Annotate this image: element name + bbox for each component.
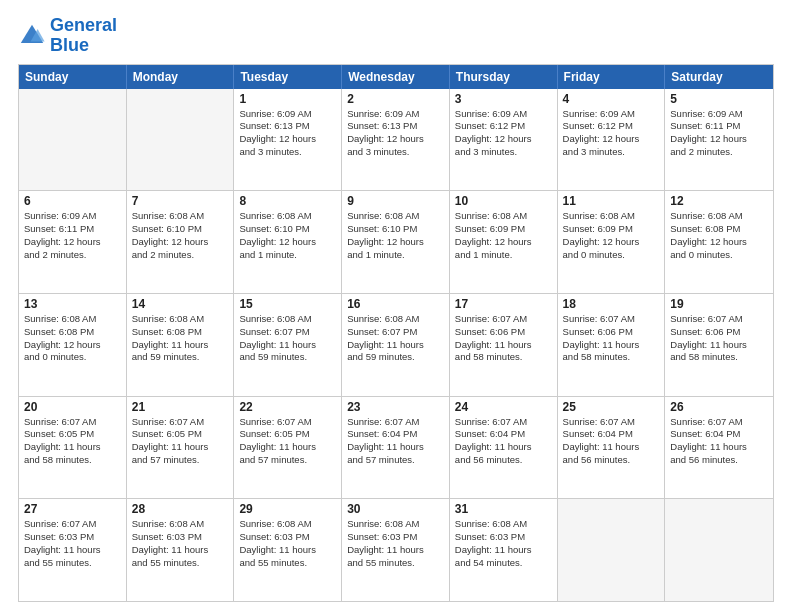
cell-line: and 58 minutes. <box>24 454 121 467</box>
cell-line: Sunset: 6:03 PM <box>455 531 552 544</box>
day-number: 31 <box>455 502 552 516</box>
calendar-cell: 7Sunrise: 6:08 AMSunset: 6:10 PMDaylight… <box>127 191 235 293</box>
cell-line: Sunset: 6:11 PM <box>670 120 768 133</box>
day-number: 7 <box>132 194 229 208</box>
cell-line: Sunset: 6:03 PM <box>239 531 336 544</box>
calendar-cell: 4Sunrise: 6:09 AMSunset: 6:12 PMDaylight… <box>558 89 666 191</box>
day-number: 18 <box>563 297 660 311</box>
cell-line: Sunset: 6:12 PM <box>563 120 660 133</box>
cell-line: Daylight: 12 hours <box>239 236 336 249</box>
cell-line: Sunset: 6:08 PM <box>24 326 121 339</box>
cell-line: and 55 minutes. <box>24 557 121 570</box>
calendar-row: 20Sunrise: 6:07 AMSunset: 6:05 PMDayligh… <box>19 396 773 499</box>
cell-line: Sunset: 6:07 PM <box>347 326 444 339</box>
cell-line: Sunset: 6:06 PM <box>563 326 660 339</box>
cell-line: Sunset: 6:03 PM <box>24 531 121 544</box>
cell-line: Sunrise: 6:08 AM <box>239 518 336 531</box>
cell-line: Sunrise: 6:08 AM <box>455 210 552 223</box>
day-number: 2 <box>347 92 444 106</box>
cell-line: Daylight: 12 hours <box>670 133 768 146</box>
cell-line: Daylight: 11 hours <box>455 441 552 454</box>
cell-line: and 3 minutes. <box>347 146 444 159</box>
cell-line: Sunrise: 6:07 AM <box>455 313 552 326</box>
calendar-row: 13Sunrise: 6:08 AMSunset: 6:08 PMDayligh… <box>19 293 773 396</box>
day-number: 6 <box>24 194 121 208</box>
calendar-cell: 9Sunrise: 6:08 AMSunset: 6:10 PMDaylight… <box>342 191 450 293</box>
cell-line: and 57 minutes. <box>132 454 229 467</box>
calendar-cell: 16Sunrise: 6:08 AMSunset: 6:07 PMDayligh… <box>342 294 450 396</box>
cell-line: and 0 minutes. <box>24 351 121 364</box>
cell-line: Sunrise: 6:07 AM <box>455 416 552 429</box>
day-number: 21 <box>132 400 229 414</box>
cell-line: Sunrise: 6:07 AM <box>347 416 444 429</box>
calendar-cell: 27Sunrise: 6:07 AMSunset: 6:03 PMDayligh… <box>19 499 127 601</box>
cell-line: Daylight: 12 hours <box>347 236 444 249</box>
calendar-header: SundayMondayTuesdayWednesdayThursdayFrid… <box>19 65 773 89</box>
cell-line: Sunset: 6:09 PM <box>563 223 660 236</box>
day-number: 17 <box>455 297 552 311</box>
cell-line: Sunset: 6:11 PM <box>24 223 121 236</box>
cell-line: Sunrise: 6:08 AM <box>132 210 229 223</box>
day-number: 27 <box>24 502 121 516</box>
calendar-cell: 17Sunrise: 6:07 AMSunset: 6:06 PMDayligh… <box>450 294 558 396</box>
cell-line: Sunset: 6:06 PM <box>455 326 552 339</box>
cell-line: Sunrise: 6:08 AM <box>670 210 768 223</box>
calendar-cell: 26Sunrise: 6:07 AMSunset: 6:04 PMDayligh… <box>665 397 773 499</box>
cell-line: Daylight: 11 hours <box>455 339 552 352</box>
cell-line: and 1 minute. <box>239 249 336 262</box>
cell-line: Daylight: 11 hours <box>239 339 336 352</box>
cell-line: Daylight: 11 hours <box>132 339 229 352</box>
cell-line: and 3 minutes. <box>455 146 552 159</box>
cell-line: Sunrise: 6:09 AM <box>347 108 444 121</box>
cell-line: and 2 minutes. <box>670 146 768 159</box>
cell-line: Sunset: 6:03 PM <box>132 531 229 544</box>
day-number: 5 <box>670 92 768 106</box>
calendar-cell: 2Sunrise: 6:09 AMSunset: 6:13 PMDaylight… <box>342 89 450 191</box>
cell-line: and 57 minutes. <box>347 454 444 467</box>
cell-line: Daylight: 11 hours <box>132 544 229 557</box>
header: General Blue <box>18 16 774 56</box>
calendar-cell: 23Sunrise: 6:07 AMSunset: 6:04 PMDayligh… <box>342 397 450 499</box>
cell-line: and 2 minutes. <box>24 249 121 262</box>
header-cell-saturday: Saturday <box>665 65 773 89</box>
cell-line: and 59 minutes. <box>347 351 444 364</box>
cell-line: and 55 minutes. <box>347 557 444 570</box>
cell-line: Sunrise: 6:09 AM <box>24 210 121 223</box>
cell-line: Sunset: 6:08 PM <box>670 223 768 236</box>
calendar-cell: 24Sunrise: 6:07 AMSunset: 6:04 PMDayligh… <box>450 397 558 499</box>
day-number: 1 <box>239 92 336 106</box>
cell-line: and 58 minutes. <box>563 351 660 364</box>
cell-line: Daylight: 11 hours <box>347 544 444 557</box>
header-cell-sunday: Sunday <box>19 65 127 89</box>
calendar-cell: 21Sunrise: 6:07 AMSunset: 6:05 PMDayligh… <box>127 397 235 499</box>
cell-line: Daylight: 11 hours <box>347 339 444 352</box>
calendar-cell: 10Sunrise: 6:08 AMSunset: 6:09 PMDayligh… <box>450 191 558 293</box>
calendar-cell <box>127 89 235 191</box>
cell-line: and 55 minutes. <box>132 557 229 570</box>
calendar-cell: 29Sunrise: 6:08 AMSunset: 6:03 PMDayligh… <box>234 499 342 601</box>
cell-line: Sunset: 6:05 PM <box>239 428 336 441</box>
cell-line: Sunrise: 6:08 AM <box>347 313 444 326</box>
cell-line: Sunrise: 6:09 AM <box>563 108 660 121</box>
cell-line: and 2 minutes. <box>132 249 229 262</box>
cell-line: Sunset: 6:12 PM <box>455 120 552 133</box>
cell-line: Daylight: 11 hours <box>563 441 660 454</box>
calendar-cell: 18Sunrise: 6:07 AMSunset: 6:06 PMDayligh… <box>558 294 666 396</box>
cell-line: Daylight: 11 hours <box>239 441 336 454</box>
day-number: 25 <box>563 400 660 414</box>
calendar-cell <box>665 499 773 601</box>
calendar-body: 1Sunrise: 6:09 AMSunset: 6:13 PMDaylight… <box>19 89 773 601</box>
calendar-cell: 13Sunrise: 6:08 AMSunset: 6:08 PMDayligh… <box>19 294 127 396</box>
cell-line: Sunrise: 6:07 AM <box>239 416 336 429</box>
cell-line: Daylight: 11 hours <box>132 441 229 454</box>
cell-line: Sunset: 6:04 PM <box>670 428 768 441</box>
cell-line: Sunrise: 6:09 AM <box>455 108 552 121</box>
cell-line: Sunrise: 6:07 AM <box>563 313 660 326</box>
cell-line: Sunset: 6:10 PM <box>347 223 444 236</box>
cell-line: Sunset: 6:06 PM <box>670 326 768 339</box>
cell-line: Sunrise: 6:07 AM <box>24 416 121 429</box>
calendar-cell <box>558 499 666 601</box>
cell-line: Sunset: 6:03 PM <box>347 531 444 544</box>
day-number: 3 <box>455 92 552 106</box>
header-cell-thursday: Thursday <box>450 65 558 89</box>
